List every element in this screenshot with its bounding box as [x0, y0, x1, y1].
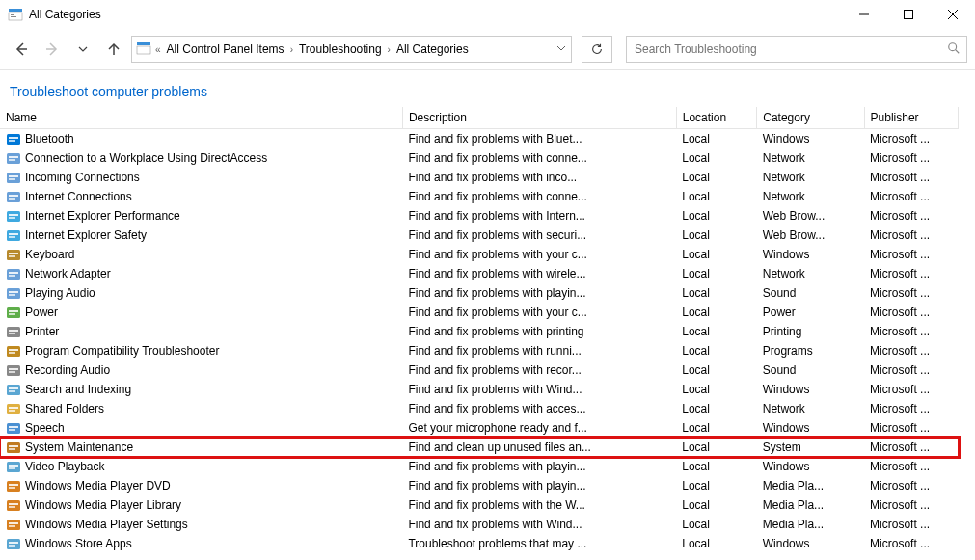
- table-row[interactable]: Incoming ConnectionsFind and fix problem…: [0, 168, 959, 187]
- row-pub: Microsoft ...: [864, 226, 958, 245]
- table-row[interactable]: BluetoothFind and fix problems with Blue…: [0, 129, 959, 149]
- chevron-icon[interactable]: «: [153, 44, 163, 55]
- table-row[interactable]: Internet ConnectionsFind and fix problem…: [0, 187, 959, 206]
- table-row[interactable]: Playing AudioFind and fix problems with …: [0, 283, 959, 303]
- svg-rect-76: [9, 522, 18, 524]
- svg-rect-61: [9, 426, 18, 428]
- col-category[interactable]: Category: [757, 107, 864, 129]
- row-pub: Microsoft ...: [864, 148, 958, 168]
- row-pub: Microsoft ...: [864, 264, 958, 283]
- breadcrumb-item[interactable]: All Control Panel Items: [165, 42, 286, 56]
- row-loc: Local: [676, 245, 756, 264]
- row-cat: Windows: [757, 129, 864, 149]
- row-name: Printer: [25, 325, 59, 338]
- row-name: Internet Connections: [25, 190, 132, 203]
- svg-rect-18: [7, 153, 20, 164]
- table-row[interactable]: Shared FoldersFind and fix problems with…: [0, 399, 959, 418]
- maint-icon: [6, 440, 21, 455]
- minimize-button[interactable]: [842, 0, 886, 29]
- row-loc: Local: [676, 322, 756, 341]
- search-input[interactable]: [633, 41, 947, 57]
- table-row[interactable]: Program Compatibility TroubleshooterFind…: [0, 341, 959, 360]
- row-name: Windows Store Apps: [25, 537, 132, 550]
- col-publisher[interactable]: Publisher: [864, 107, 958, 129]
- svg-rect-2: [11, 14, 14, 15]
- table-row[interactable]: Windows Store AppsTroubleshoot problems …: [0, 534, 959, 550]
- svg-rect-52: [9, 368, 18, 370]
- up-button[interactable]: [100, 36, 127, 63]
- svg-rect-43: [9, 310, 18, 312]
- recent-locations-button[interactable]: [69, 36, 96, 63]
- address-bar[interactable]: « All Control Panel Items › Troubleshoot…: [131, 36, 572, 63]
- table-row[interactable]: PowerFind and fix problems with your c..…: [0, 303, 959, 322]
- table-row[interactable]: Recording AudioFind and fix problems wit…: [0, 360, 959, 380]
- row-name: Internet Explorer Safety: [25, 228, 147, 242]
- col-name[interactable]: Name: [0, 107, 402, 129]
- table-row[interactable]: Network AdapterFind and fix problems wit…: [0, 264, 959, 283]
- col-location[interactable]: Location: [676, 107, 756, 129]
- ie-perf-icon: [6, 208, 21, 224]
- row-pub: Microsoft ...: [864, 380, 958, 399]
- search-icon[interactable]: [947, 41, 961, 58]
- svg-rect-44: [9, 313, 15, 315]
- table-row[interactable]: Video PlaybackFind and fix problems with…: [0, 457, 959, 476]
- table-row[interactable]: Connection to a Workplace Using DirectAc…: [0, 148, 959, 168]
- page-title: Troubleshoot computer problems: [10, 84, 965, 99]
- row-loc: Local: [676, 303, 756, 322]
- forward-button[interactable]: [39, 36, 66, 63]
- table-row[interactable]: KeyboardFind and fix problems with your …: [0, 245, 959, 264]
- svg-rect-26: [9, 198, 15, 200]
- row-name: Video Playback: [25, 460, 105, 473]
- row-desc: Find and fix problems with Intern...: [402, 206, 676, 226]
- row-loc: Local: [676, 399, 756, 418]
- close-button[interactable]: [931, 0, 975, 29]
- table-row[interactable]: Internet Explorer PerformanceFind and fi…: [0, 206, 959, 226]
- breadcrumb-item[interactable]: All Categories: [394, 42, 471, 56]
- svg-rect-3: [11, 16, 16, 17]
- row-desc: Find and fix problems with printing: [402, 322, 676, 341]
- refresh-button[interactable]: [582, 36, 612, 63]
- col-description[interactable]: Description: [402, 107, 676, 129]
- breadcrumb-item[interactable]: Troubleshooting: [297, 42, 384, 56]
- svg-line-14: [956, 49, 960, 53]
- address-dropdown[interactable]: [552, 42, 571, 56]
- svg-rect-54: [7, 385, 20, 395]
- chevron-right-icon[interactable]: ›: [288, 44, 295, 55]
- row-cat: Web Brow...: [757, 206, 864, 226]
- address-icon: [136, 40, 151, 59]
- row-pub: Microsoft ...: [864, 476, 958, 495]
- row-pub: Microsoft ...: [864, 303, 958, 322]
- search-box[interactable]: [626, 36, 967, 63]
- row-name: Windows Media Player DVD: [25, 479, 171, 493]
- table-row[interactable]: PrinterFind and fix problems with printi…: [0, 322, 959, 341]
- row-name: Power: [25, 306, 58, 319]
- incoming-icon: [6, 170, 21, 185]
- table-row[interactable]: Windows Media Player SettingsFind and fi…: [0, 515, 959, 534]
- wmp-icon: [6, 517, 21, 532]
- chevron-right-icon[interactable]: ›: [386, 44, 393, 55]
- network-icon: [6, 266, 21, 281]
- table-row[interactable]: Windows Media Player DVDFind and fix pro…: [0, 476, 959, 495]
- row-loc: Local: [676, 264, 756, 283]
- row-pub: Microsoft ...: [864, 206, 958, 226]
- row-desc: Find and fix problems with runni...: [402, 341, 676, 360]
- svg-rect-17: [9, 140, 15, 142]
- row-cat: Media Pla...: [757, 476, 864, 495]
- svg-rect-55: [9, 387, 18, 389]
- svg-rect-25: [9, 195, 18, 197]
- printer-icon: [6, 324, 21, 339]
- table-row[interactable]: SpeechGet your microphone ready and f...…: [0, 418, 959, 438]
- row-desc: Find and fix problems with playin...: [402, 476, 676, 495]
- svg-rect-22: [9, 175, 18, 177]
- row-pub: Microsoft ...: [864, 129, 958, 149]
- table-row[interactable]: Windows Media Player LibraryFind and fix…: [0, 495, 959, 515]
- svg-rect-67: [9, 465, 18, 467]
- back-button[interactable]: [8, 36, 35, 63]
- workplace-icon: [6, 150, 21, 166]
- table-row[interactable]: System MaintenanceFind and clean up unus…: [0, 438, 959, 457]
- svg-rect-48: [7, 346, 20, 357]
- table-row[interactable]: Internet Explorer SafetyFind and fix pro…: [0, 226, 959, 245]
- table-row[interactable]: Search and IndexingFind and fix problems…: [0, 380, 959, 399]
- maximize-button[interactable]: [886, 0, 931, 29]
- row-name: Search and Indexing: [25, 383, 131, 396]
